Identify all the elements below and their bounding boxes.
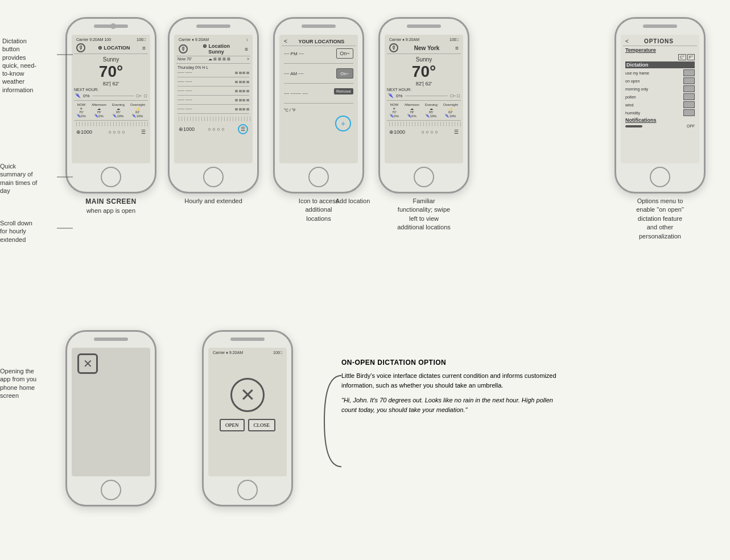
add-location-area: + [335, 116, 351, 131]
annotation-scroll: Scroll downfor hourlyextended [0, 219, 63, 244]
annotation-dictation: Dictationbuttonprovidesquick, need-to-kn… [2, 37, 62, 94]
app-icon[interactable]: ✕ [77, 353, 98, 374]
battery-icon: 100□ [137, 38, 146, 42]
on-open-body1: Little Birdy's voice interface dictates … [341, 371, 569, 390]
nav-list[interactable]: ☰ [141, 129, 146, 135]
options-title: OPTIONS [644, 38, 674, 44]
caption-addlocation-text: Add location [336, 197, 370, 204]
on-open-section: ON-OPEN DICTATION OPTION Little Birdy's … [341, 359, 569, 414]
notif-off: OFF [687, 124, 695, 128]
homeicon-screen-content: ✕ [72, 348, 150, 476]
status-bar: Carrier 9:20AM 100 100□ [74, 37, 148, 42]
option-wind: wind [625, 101, 695, 108]
toggle-on-open[interactable] [683, 77, 695, 84]
options-screen-content: < OPTIONS Temperature C° F° Dictation us… [621, 35, 699, 163]
status-text-7: Carrier ♦ 9:20AM [213, 351, 243, 355]
status-bar-7: Carrier ♦ 9:20AM 100□ [211, 350, 284, 355]
toggle-pollen[interactable] [683, 93, 695, 100]
caption-main-bold: MAIN SCREEN [85, 197, 137, 205]
thursday-row: Thursday 0% H L [176, 65, 250, 70]
options-header: < OPTIONS [623, 37, 697, 46]
temperature-options: C° F° [625, 54, 695, 60]
hourly-screen-content: Carrier ♦ 9:20AM ↕ 🎙 ⊕ LocationSunny ≡ N… [174, 35, 253, 163]
hourly-rows: —— ——⊠ ⊠ ⊠ ⊠ —— ——⊠ ⊠ ⊠ ⊠ —— ——⊠ ⊠ ⊠ ⊠ —… [176, 70, 250, 116]
home-button-6[interactable] [101, 480, 121, 500]
location-item-3: ~~ ~~~~ ~~ Remove [284, 88, 353, 98]
annotation-summary-text: Quicksummary ofmain times ofday [0, 163, 37, 194]
newyork-header: 🎙 New York ≡ [387, 42, 461, 54]
option-notifications: OFF [625, 124, 695, 128]
location-item-am: ~~ AM ~~ On~ [284, 68, 353, 79]
open-button[interactable]: OPEN [220, 419, 245, 431]
newyork-time-row: NOW☀70'🌂0% Afternoon☁78'🌂0% Evening☁65'🌂… [387, 102, 461, 119]
annotation-opening-text: Opening theapp from youphone homescreen [0, 368, 36, 399]
menu-icon-2[interactable]: ≡ [245, 46, 248, 52]
mic-icon-2[interactable]: 🎙 [179, 44, 188, 53]
toggle-wind[interactable] [683, 101, 695, 108]
status-bar-2: Carrier ♦ 9:20AM ↕ [176, 37, 250, 42]
h-wavy [176, 117, 250, 121]
back-arrow[interactable]: < [284, 38, 287, 44]
menu-icon[interactable]: ≡ [142, 45, 146, 51]
caption-newyork: Familiarfunctionality; swipeleft to view… [378, 197, 469, 232]
main-screen-content: Carrier 9:20AM 100 100□ 🎙 ⊕ LOCATION ≡ S… [72, 35, 150, 163]
bottom-nav: ⊕1000 ○ ○ ○ ○ ☰ [74, 127, 148, 137]
newyork-bottom-nav: ⊕1000 ○ ○ ○ ○ ☰ [387, 127, 461, 137]
temperature-header: Temperature [625, 47, 695, 53]
menu-icon-4[interactable]: ≡ [455, 45, 459, 51]
precip-icon: 🌂 [75, 93, 81, 98]
notification-screen-content: Carrier ♦ 9:20AM 100□ ✕ OPEN CLOSE [208, 348, 287, 476]
caption-newyork-text: Familiarfunctionality; swipeleft to view… [397, 197, 451, 230]
big-x-circle: ✕ [230, 378, 265, 412]
locations-phone-screen: < YOUR LOCATIONS ~~ PM ~~ On~ ~~ AM ~~ O… [279, 35, 358, 163]
caption-addlocation: Add location [319, 197, 387, 205]
phone-options-screen: < OPTIONS Temperature C° F° Dictation us… [614, 17, 706, 193]
newyork-title: New York [414, 45, 440, 51]
celsius-btn[interactable]: C° [678, 54, 686, 60]
home-button-1[interactable] [101, 167, 121, 187]
newyork-next-hour: NEXT HOUR: [387, 87, 461, 93]
nav-dots-2: ○ ○ ○ ○ [208, 126, 224, 132]
phone-speaker-6 [94, 337, 128, 341]
precip-value: 0% [83, 93, 90, 98]
location-toggle-pm[interactable]: On~ [336, 48, 353, 59]
nav-list-2[interactable]: ☰ [238, 124, 248, 134]
annotation-line-2 [57, 176, 74, 178]
option-humidity: humidity [625, 109, 695, 116]
caption-options-text: Options menu toenable "on open"dictation… [636, 197, 684, 240]
uv-box: □ [144, 93, 147, 98]
caption-hourly-text: Hourly and extended [184, 197, 242, 204]
home-button-3[interactable] [308, 167, 329, 187]
time-overnight: Overnight 🌙 62' 🌂10% [130, 103, 145, 118]
annotation-dictation-text: Dictationbuttonprovidesquick, need-to-kn… [2, 38, 36, 93]
locations-list: ~~ PM ~~ On~ ~~ AM ~~ On~ ~~ ~~~~ ~~ Rem… [282, 46, 356, 114]
locations-header: < YOUR LOCATIONS [282, 37, 356, 46]
homeicon-phone-screen: ✕ [72, 348, 150, 476]
toggle-use-name[interactable] [683, 69, 695, 76]
close-button[interactable]: CLOSE [248, 419, 276, 431]
remove-button[interactable]: Remove [334, 88, 353, 94]
add-location-button[interactable]: + [335, 116, 351, 131]
mic-icon[interactable]: 🎙 [76, 43, 85, 52]
nav-arrow-2: ⊕1000 [179, 126, 195, 132]
toggle-humidity[interactable] [683, 109, 695, 116]
nav-arrow: ⊕1000 [76, 129, 92, 135]
options-back[interactable]: < [625, 38, 629, 44]
notifications-header: Notifications [625, 117, 695, 123]
annotation-opening: Opening theapp from youphone homescreen [0, 367, 63, 400]
battery-4: 100□ [449, 38, 459, 42]
toggle-morning[interactable] [683, 85, 695, 92]
newyork-condition: Sunny [387, 56, 461, 63]
status-text-4: Carrier ♦ 9:20AM [389, 38, 419, 42]
home-button-7[interactable] [237, 480, 258, 500]
location-toggle-am[interactable]: On~ [336, 68, 353, 79]
fahrenheit-btn[interactable]: F° [687, 54, 695, 60]
home-button-4[interactable] [414, 167, 434, 187]
option-use-name: use my hame [625, 69, 695, 76]
home-button-5[interactable] [650, 167, 670, 187]
notif-slider[interactable] [625, 125, 642, 127]
divider2 [74, 120, 148, 121]
phone-newyork-screen: Carrier ♦ 9:20AM 100□ 🎙 New York ≡ Sunny… [378, 17, 469, 193]
mic-icon-4[interactable]: 🎙 [389, 43, 398, 52]
home-button-2[interactable] [203, 167, 224, 187]
